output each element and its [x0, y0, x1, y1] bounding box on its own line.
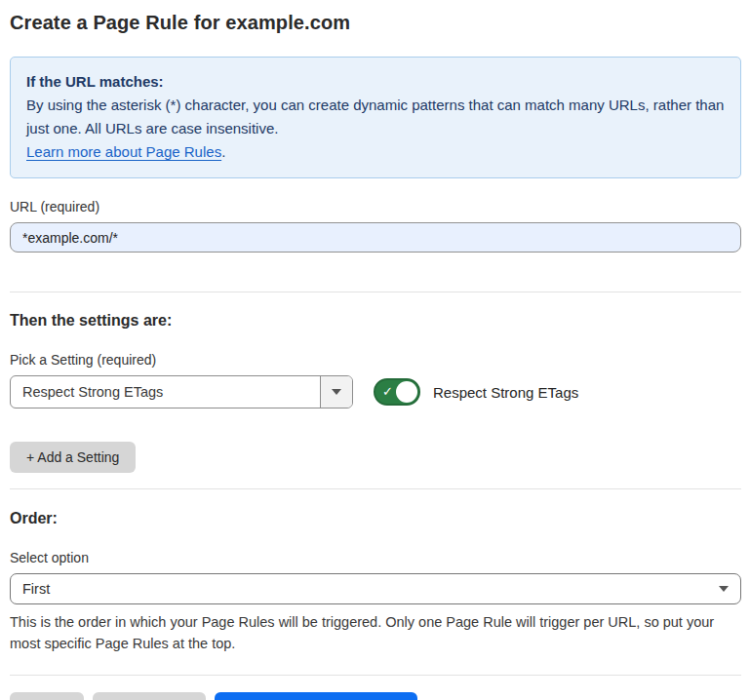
- section-divider: [10, 488, 741, 489]
- chevron-down-icon: [332, 389, 341, 395]
- action-buttons-row: Cancel Save as Draft Save and Deploy Pag…: [10, 692, 741, 700]
- url-match-info-box: If the URL matches: By using the asteris…: [10, 57, 741, 178]
- pick-setting-label: Pick a Setting (required): [10, 352, 741, 368]
- learn-more-link[interactable]: Learn more about Page Rules: [26, 143, 221, 160]
- info-box-heading: If the URL matches:: [26, 70, 725, 94]
- order-select[interactable]: First: [10, 573, 741, 604]
- info-box-body: By using the asterisk (*) character, you…: [26, 94, 725, 140]
- link-suffix: .: [221, 143, 225, 160]
- setting-toggle-wrap: ✓ Respect Strong ETags: [374, 378, 578, 406]
- url-input[interactable]: [10, 222, 741, 253]
- order-select-value: First: [22, 581, 719, 597]
- add-setting-button[interactable]: + Add a Setting: [10, 442, 136, 473]
- etags-toggle[interactable]: ✓: [374, 378, 420, 406]
- setting-select[interactable]: Respect Strong ETags: [10, 375, 353, 408]
- order-select-label: Select option: [10, 550, 741, 565]
- toggle-label: Respect Strong ETags: [433, 384, 578, 401]
- setting-select-value: Respect Strong ETags: [11, 376, 320, 408]
- section-divider: [10, 292, 741, 292]
- page-title: Create a Page Rule for example.com: [10, 12, 741, 34]
- toggle-knob: [396, 381, 417, 403]
- section-divider: [10, 675, 741, 676]
- cancel-button[interactable]: Cancel: [10, 692, 84, 700]
- check-icon: ✓: [382, 384, 393, 400]
- save-and-deploy-button[interactable]: Save and Deploy Page Rule: [215, 692, 417, 700]
- order-heading: Order:: [10, 510, 741, 527]
- settings-heading: Then the settings are:: [10, 312, 741, 330]
- setting-select-arrow-button[interactable]: [320, 376, 352, 408]
- save-as-draft-button[interactable]: Save as Draft: [93, 692, 207, 700]
- setting-row: Respect Strong ETags ✓ Respect Strong ET…: [10, 375, 741, 408]
- url-field-label: URL (required): [10, 199, 741, 214]
- create-page-rule-form: Create a Page Rule for example.com If th…: [0, 0, 750, 700]
- info-box-link-line: Learn more about Page Rules.: [26, 140, 725, 164]
- order-help-text: This is the order in which your Page Rul…: [10, 611, 741, 654]
- chevron-down-icon: [719, 586, 729, 592]
